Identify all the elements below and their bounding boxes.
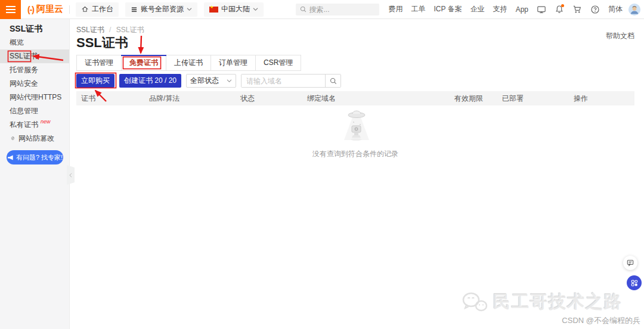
nav-link-tickets[interactable]: 工单 [411, 4, 426, 14]
table-header-deployed: 已部署 [502, 94, 574, 104]
sidebar-item-label: SSL证书 [10, 49, 38, 63]
domain-search-button[interactable] [325, 75, 340, 87]
nav-link-icp[interactable]: ICP 备案 [434, 4, 462, 14]
tab-bar: 证书管理 免费证书 上传证书 订单管理 CSR管理 [76, 55, 301, 71]
search-icon [300, 6, 306, 13]
chevron-down-icon [253, 7, 258, 11]
sidebar-item-https-proxy[interactable]: 网站代理HTTPS [0, 91, 69, 104]
tab-upload-certificate[interactable]: 上传证书 [166, 55, 211, 70]
account-resources-label: 账号全部资源 [141, 4, 184, 14]
divider [69, 5, 70, 14]
create-certificate-button[interactable]: 创建证书 20 / 20 [119, 74, 181, 88]
feedback-chat-button[interactable] [623, 256, 637, 270]
user-avatar[interactable] [628, 4, 640, 15]
breadcrumb-current: SSL证书 [116, 26, 144, 34]
sidebar-item-label: 托管服务 [10, 63, 38, 77]
nav-link-app[interactable]: App [516, 5, 528, 14]
status-filter-select[interactable]: 全部状态 [186, 74, 236, 88]
tab-label: 上传证书 [174, 58, 203, 67]
table-header-status: 状态 [240, 94, 307, 104]
empty-state-text: 没有查询到符合条件的记录 [76, 149, 634, 159]
tab-label: CSR管理 [264, 58, 293, 67]
workbench-label: 工作台 [92, 4, 113, 14]
language-switch[interactable]: 简体 [608, 4, 623, 14]
sidebar-item-label: 网站安全 [10, 77, 38, 91]
account-resources-dropdown[interactable]: 账号全部资源 [125, 2, 197, 17]
domain-search-input[interactable] [242, 75, 325, 87]
sidebar-collapse-handle[interactable] [67, 165, 75, 185]
ask-expert-button[interactable]: 有问题? 找专家! [7, 150, 63, 164]
sidebar-item-overview[interactable]: 概览 [0, 36, 69, 49]
workbench-button[interactable]: 工作台 [76, 2, 119, 17]
table-header-brand-algorithm: 品牌/算法 [149, 94, 240, 104]
new-badge: new [41, 115, 51, 129]
tab-label: 免费证书 [129, 58, 158, 67]
alibaba-cloud-logo[interactable]: (-) 阿里云 [27, 4, 63, 15]
sidebar-item-info-management[interactable]: 信息管理 [0, 104, 69, 118]
home-icon [81, 5, 89, 13]
table-header-certificate: 证书 [76, 94, 149, 104]
search-icon [330, 77, 337, 85]
table-header-validity: 有效期限 [454, 94, 502, 104]
page-title: SSL证书 [76, 35, 634, 50]
cart-icon[interactable] [572, 5, 582, 14]
help-icon[interactable] [590, 5, 600, 14]
logo-text: 阿里云 [36, 4, 63, 15]
tab-csr-management[interactable]: CSR管理 [256, 55, 301, 70]
nav-link-support[interactable]: 支持 [493, 4, 507, 14]
apps-grid-icon [631, 280, 638, 287]
tab-label: 证书管理 [85, 58, 113, 67]
notifications-bell-icon[interactable] [555, 5, 564, 14]
global-search-input[interactable] [309, 5, 369, 14]
tab-order-management[interactable]: 订单管理 [211, 55, 256, 70]
breadcrumb-separator: / [109, 26, 111, 34]
sidebar-item-label: 私有证书 [10, 118, 38, 132]
empty-state-illustration [336, 109, 375, 144]
breadcrumb-parent[interactable]: SSL证书 [76, 26, 104, 34]
buy-now-button[interactable]: 立即购买 [76, 74, 114, 88]
tab-certificate-management[interactable]: 证书管理 [77, 55, 122, 70]
status-filter-value: 全部状态 [190, 76, 219, 86]
toolbar: 立即购买 创建证书 20 / 20 全部状态 [76, 74, 634, 88]
breadcrumb: SSL证书 / SSL证书 [76, 26, 634, 34]
notification-badge-dot [561, 4, 564, 7]
console-screen-icon[interactable] [537, 5, 546, 14]
link-icon [10, 135, 16, 142]
nav-link-billing[interactable]: 费用 [389, 4, 403, 14]
menu-hamburger-button[interactable] [0, 0, 21, 19]
table-header-bound-domain: 绑定域名 [307, 94, 454, 104]
sidebar-item-label: 信息管理 [10, 104, 38, 118]
region-label: 中国大陆 [221, 4, 250, 14]
main-content: SSL证书 / SSL证书 帮助文档 SSL证书 证书管理 免费证书 上传证书 … [70, 19, 644, 329]
region-dropdown[interactable]: 中国大陆 [204, 2, 264, 17]
top-navbar: (-) 阿里云 工作台 账号全部资源 中国大陆 费用 [0, 0, 644, 19]
sidebar-item-ssl-certificates[interactable]: SSL证书 [0, 49, 69, 63]
nav-link-enterprise[interactable]: 企业 [470, 4, 485, 14]
sidebar-item-website-security[interactable]: 网站安全 [0, 77, 69, 91]
chevron-down-icon [187, 7, 192, 11]
sidebar-item-label: 网站代理HTTPS [10, 91, 61, 104]
tab-label: 订单管理 [219, 58, 247, 67]
apps-widget-button[interactable] [627, 275, 642, 290]
sidebar-item-label: 概览 [10, 36, 24, 49]
ask-expert-label: 有问题? 找专家! [16, 153, 63, 162]
megaphone-icon [7, 154, 14, 161]
table-header-row: 证书 品牌/算法 状态 绑定域名 有效期限 已部署 操作 [76, 91, 634, 105]
sidebar-item-managed-service[interactable]: 托管服务 [0, 63, 69, 77]
domain-search-box [241, 74, 341, 88]
global-search-box[interactable] [296, 4, 379, 15]
comment-icon [627, 259, 634, 266]
sidebar-item-label: 网站防篡改 [18, 132, 54, 145]
topnav-right-links: 费用 工单 ICP 备案 企业 支持 App [389, 4, 623, 14]
empty-state: 没有查询到符合条件的记录 [76, 109, 634, 159]
table-header-actions: 操作 [574, 94, 634, 104]
resources-icon [131, 6, 138, 13]
help-docs-link[interactable]: 帮助文档 [606, 31, 634, 41]
tab-free-certificates[interactable]: 免费证书 [122, 55, 166, 70]
sidebar-title: SSL证书 [0, 19, 69, 36]
sidebar-item-private-certificates[interactable]: 私有证书 new [0, 118, 69, 132]
chevron-down-icon [227, 79, 232, 83]
china-flag-icon [209, 7, 218, 13]
logo-mark: (-) [27, 5, 34, 14]
sidebar-item-anti-tampering[interactable]: 网站防篡改 [0, 132, 69, 145]
